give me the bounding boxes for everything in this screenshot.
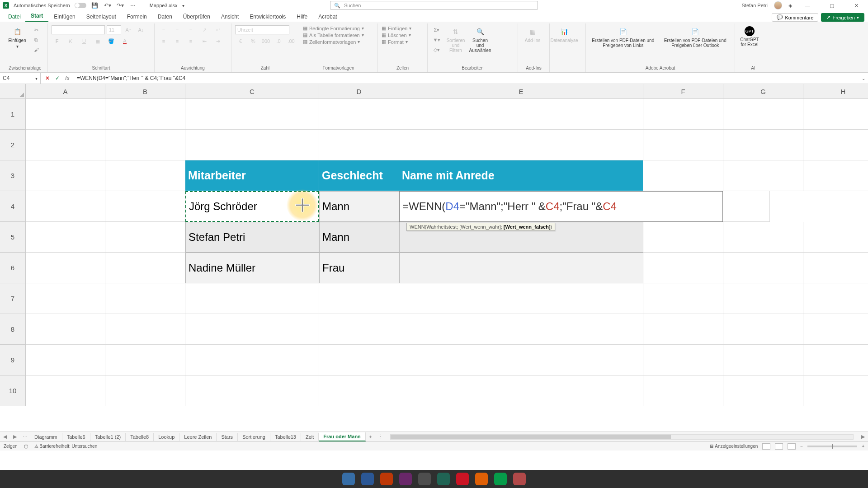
- cond-format-button[interactable]: ▦Bedingte Formatierung▾: [303, 25, 364, 31]
- number-format-select[interactable]: [235, 25, 289, 34]
- tab-acrobat[interactable]: Acrobat: [313, 12, 342, 22]
- row-9[interactable]: 9: [0, 345, 26, 375]
- taskbar-app-icon[interactable]: [456, 473, 469, 485]
- cancel-icon[interactable]: ✕: [43, 74, 52, 82]
- row-5[interactable]: 5: [0, 222, 26, 253]
- sheet-tab[interactable]: Tabelle6: [62, 433, 90, 441]
- bold-button[interactable]: F: [52, 37, 62, 46]
- row-7[interactable]: 7: [0, 283, 26, 314]
- font-size-input[interactable]: [107, 25, 121, 34]
- table-format-button[interactable]: ▦Als Tabelle formatieren▾: [303, 32, 364, 38]
- cell-C5[interactable]: Stefan Petri: [185, 222, 319, 253]
- row-4[interactable]: 4: [0, 191, 26, 222]
- fill-icon[interactable]: ▼▾: [431, 35, 442, 44]
- taskbar-app-icon[interactable]: [342, 473, 355, 485]
- indent-dec-icon[interactable]: ⇤: [199, 37, 210, 46]
- format-painter-icon[interactable]: 🖌: [31, 45, 42, 54]
- taskbar-app-icon[interactable]: [494, 473, 507, 485]
- zoom-in-icon[interactable]: +: [862, 444, 864, 449]
- delete-cells-button[interactable]: ▦Löschen▾: [382, 32, 411, 38]
- search-input[interactable]: 🔍 Suchen: [330, 1, 538, 10]
- font-name-input[interactable]: [52, 25, 105, 34]
- find-select-button[interactable]: 🔍 Suchen und Auswählen: [469, 25, 491, 54]
- view-break-icon[interactable]: [788, 443, 796, 450]
- dec-decimal-icon[interactable]: .00: [286, 37, 297, 46]
- col-E[interactable]: E: [399, 84, 643, 99]
- orientation-icon[interactable]: ↗: [199, 25, 210, 34]
- comments-button[interactable]: 💬 Kommentare: [772, 13, 818, 22]
- taskbar-app-icon[interactable]: [418, 473, 431, 485]
- accessibility-label[interactable]: ⚠ Barrierefreiheit: Untersuchen: [34, 444, 98, 449]
- formula-expand-icon[interactable]: ⌄: [859, 76, 868, 81]
- redo-icon[interactable]: ↷▾: [116, 1, 124, 9]
- formula-input[interactable]: =WENN(D4="Mann";"Herr " & C4;"Frau "&C4: [74, 75, 859, 81]
- sheet-tab[interactable]: Tabelle1 (2): [90, 433, 126, 441]
- tab-data[interactable]: Daten: [152, 12, 178, 22]
- scroll-right-icon[interactable]: ▶: [858, 434, 868, 440]
- undo-icon[interactable]: ↶▾: [104, 1, 112, 9]
- italic-button[interactable]: K: [65, 37, 76, 46]
- autosum-icon[interactable]: Σ▾: [431, 25, 442, 34]
- sheet-tab[interactable]: Tabelle8: [126, 433, 154, 441]
- percent-icon[interactable]: %: [248, 37, 259, 46]
- taskbar-app-icon[interactable]: [399, 473, 412, 485]
- format-cells-button[interactable]: ▦Format▾: [382, 39, 411, 45]
- view-layout-icon[interactable]: [775, 443, 783, 450]
- zoom-slider[interactable]: [807, 446, 857, 447]
- cell-E4-editing[interactable]: =WENN(D4="Mann";"Herr " & C4;"Frau "&C4 …: [399, 191, 723, 222]
- filename-dropdown-icon[interactable]: ▾: [182, 3, 184, 8]
- name-box[interactable]: C4▾: [0, 73, 41, 84]
- col-H[interactable]: H: [803, 84, 868, 99]
- zoom-out-icon[interactable]: −: [800, 444, 803, 449]
- close-button[interactable]: ✕: [847, 0, 865, 11]
- sheet-tab[interactable]: Tabelle13: [270, 433, 301, 441]
- cut-icon[interactable]: ✂: [31, 25, 42, 34]
- maximize-button[interactable]: ▢: [823, 0, 841, 11]
- tab-help[interactable]: Hilfe: [291, 12, 313, 22]
- tab-view[interactable]: Ansicht: [216, 12, 244, 22]
- sheet-tab-active[interactable]: Frau oder Mann: [319, 432, 366, 441]
- select-all-corner[interactable]: [0, 84, 26, 99]
- underline-button[interactable]: U: [79, 37, 90, 46]
- avatar[interactable]: [774, 1, 782, 9]
- align-center-icon[interactable]: ≡: [172, 37, 183, 46]
- col-F[interactable]: F: [643, 84, 723, 99]
- col-D[interactable]: D: [319, 84, 399, 99]
- create-pdf-outlook-button[interactable]: 📄 Erstellen von PDF-Dateien und Freigebe…: [660, 25, 731, 49]
- horizontal-scrollbar[interactable]: [390, 434, 854, 440]
- data-analysis-button[interactable]: 📊 Datenanalyse: [553, 25, 575, 44]
- tab-file[interactable]: Datei: [4, 12, 25, 22]
- row-2[interactable]: 2: [0, 130, 26, 160]
- view-normal-icon[interactable]: [762, 443, 770, 450]
- cell-D4[interactable]: Mann: [319, 191, 399, 222]
- comma-icon[interactable]: 000: [260, 37, 271, 46]
- qat-more-icon[interactable]: ⋯: [129, 1, 137, 9]
- header-geschlecht[interactable]: Geschlecht: [319, 160, 399, 191]
- header-mitarbeiter[interactable]: Mitarbeiter: [185, 160, 319, 191]
- share-button[interactable]: ↗ Freigeben ▾: [821, 13, 864, 22]
- cell-C4[interactable]: Jörg Schröder: [185, 191, 319, 222]
- tab-devtools[interactable]: Entwicklertools: [244, 12, 291, 22]
- enter-icon[interactable]: ✓: [53, 74, 61, 82]
- align-right-icon[interactable]: ≡: [185, 37, 196, 46]
- minimize-button[interactable]: —: [798, 0, 816, 11]
- align-mid-icon[interactable]: ≡: [172, 25, 183, 34]
- cell-C6[interactable]: Nadine Müller: [185, 253, 319, 283]
- row-6[interactable]: 6: [0, 253, 26, 283]
- insert-cells-button[interactable]: ▦Einfügen▾: [382, 25, 411, 31]
- row-1[interactable]: 1: [0, 99, 26, 130]
- decrease-font-icon[interactable]: A↓: [136, 25, 146, 34]
- create-pdf-link-button[interactable]: 📄 Erstellen von PDF-Dateien und Freigebe…: [590, 25, 657, 49]
- fx-icon[interactable]: fx: [63, 74, 71, 82]
- align-bot-icon[interactable]: ≡: [185, 25, 196, 34]
- sort-filter-button[interactable]: ⇅ Sortieren und Filtern: [445, 25, 467, 54]
- align-left-icon[interactable]: ≡: [158, 37, 169, 46]
- sheet-tab[interactable]: Sortierung: [238, 433, 270, 441]
- row-8[interactable]: 8: [0, 314, 26, 345]
- currency-icon[interactable]: €: [235, 37, 246, 46]
- display-settings[interactable]: 🖥 Anzeigeeinstellungen: [709, 444, 758, 449]
- tab-formulas[interactable]: Formeln: [122, 12, 152, 22]
- tab-start[interactable]: Start: [25, 11, 48, 22]
- taskbar-app-icon[interactable]: [437, 473, 450, 485]
- clear-icon[interactable]: ◇▾: [431, 45, 442, 54]
